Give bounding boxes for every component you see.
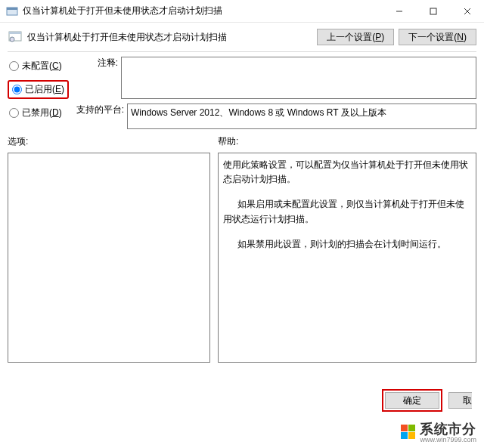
policy-title: 仅当计算机处于打开但未使用状态才启动计划扫描	[27, 31, 317, 44]
options-label: 选项:	[8, 135, 210, 148]
radio-not-configured[interactable]: 未配置(C)	[8, 60, 76, 73]
radio-disabled[interactable]: 已禁用(D)	[8, 107, 76, 119]
radio-not-configured-input[interactable]	[9, 61, 19, 71]
platform-box: Windows Server 2012、Windows 8 或 Windows …	[127, 104, 476, 129]
ok-button-highlight: 确定	[382, 389, 442, 412]
policy-icon	[8, 29, 23, 45]
svg-rect-1	[7, 8, 17, 10]
previous-setting-button[interactable]: 上一个设置(P)	[317, 29, 394, 45]
watermark: 系统市分 www.win7999.com	[401, 420, 476, 443]
cancel-button[interactable]: 取	[448, 392, 472, 409]
help-paragraph: 如果启用或未配置此设置，则仅当计算机处于打开但未使用状态运行计划扫描。	[223, 197, 471, 226]
window-title: 仅当计算机处于打开但未使用状态才启动计划扫描	[23, 5, 382, 17]
radio-disabled-input[interactable]	[9, 108, 19, 118]
svg-point-8	[10, 37, 14, 42]
help-paragraph: 如果禁用此设置，则计划的扫描会在计划时间运行。	[223, 237, 471, 252]
microsoft-logo-icon	[401, 425, 415, 439]
svg-rect-7	[9, 32, 21, 34]
radio-disabled-label: 已禁用(D)	[22, 107, 62, 119]
app-icon	[6, 5, 18, 17]
next-setting-button[interactable]: 下一个设置(N)	[399, 29, 476, 45]
svg-rect-3	[430, 8, 436, 14]
help-box: 使用此策略设置，可以配置为仅当计算机处于打开但未使用状态启动计划扫描。 如果启用…	[218, 153, 476, 363]
dialog-footer: 确定 取	[382, 389, 472, 412]
window-controls	[382, 0, 484, 23]
help-paragraph: 使用此策略设置，可以配置为仅当计算机处于打开但未使用状态启动计划扫描。	[223, 158, 471, 187]
radio-enabled[interactable]: 已启用(E)	[8, 80, 69, 99]
header-row: 仅当计算机处于打开但未使用状态才启动计划扫描 上一个设置(P) 下一个设置(N)	[8, 29, 476, 45]
platform-label: 支持的平台:	[76, 104, 124, 116]
radio-not-configured-label: 未配置(C)	[22, 60, 62, 73]
comment-label: 注释:	[76, 57, 118, 70]
maximize-button[interactable]	[416, 0, 450, 23]
radio-enabled-label: 已启用(E)	[25, 83, 64, 96]
divider	[8, 51, 476, 52]
comment-textarea[interactable]	[121, 57, 476, 99]
radio-enabled-input[interactable]	[12, 85, 22, 94]
minimize-button[interactable]	[382, 0, 416, 23]
help-label: 帮助:	[218, 135, 476, 148]
title-bar: 仅当计算机处于打开但未使用状态才启动计划扫描	[0, 0, 484, 23]
watermark-site: www.win7999.com	[420, 436, 476, 443]
options-box	[8, 153, 210, 363]
ok-button[interactable]: 确定	[385, 392, 439, 409]
close-button[interactable]	[450, 0, 484, 23]
